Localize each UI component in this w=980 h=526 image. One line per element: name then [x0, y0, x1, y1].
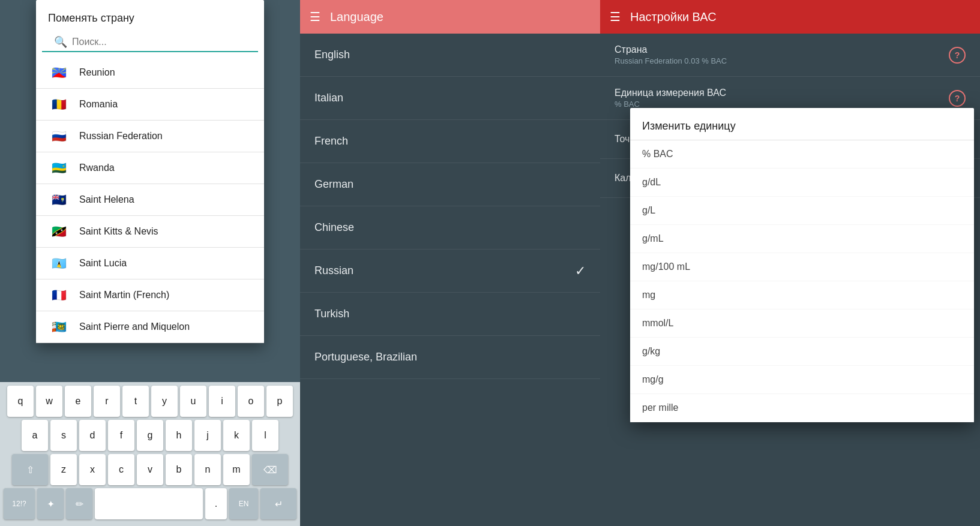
key-i[interactable]: i	[209, 386, 235, 417]
key-s[interactable]: s	[50, 420, 77, 451]
language-item[interactable]: German	[300, 163, 600, 206]
country-dialog-title: Поменять страну	[36, 0, 264, 31]
key-r[interactable]: r	[94, 386, 120, 417]
language-item[interactable]: Portuguese, Brazilian	[300, 336, 600, 379]
key-y[interactable]: y	[151, 386, 178, 417]
unit-option[interactable]: g/mL	[630, 225, 974, 253]
key-p[interactable]: p	[266, 386, 293, 417]
key-t[interactable]: t	[122, 386, 149, 417]
country-item[interactable]: 🇷🇺Russian Federation	[36, 121, 264, 152]
unit-option[interactable]: % BAC	[630, 140, 974, 169]
period-key[interactable]: .	[205, 488, 227, 519]
search-icon: 🔍	[54, 35, 67, 49]
country-item[interactable]: 🇷🇼Rwanda	[36, 152, 264, 184]
country-flag: 🇷🇴	[48, 97, 70, 112]
keyboard: q w e r t y u i o p a s d f g h j k l ⇧ …	[0, 382, 300, 526]
bac-title: Настройки ВАС	[630, 10, 717, 24]
country-flag: 🇸🇭	[48, 193, 70, 207]
key-f[interactable]: f	[108, 420, 134, 451]
key-u[interactable]: u	[180, 386, 206, 417]
unit-option[interactable]: g/kg	[630, 338, 974, 366]
enter-key[interactable]: ↵	[260, 488, 296, 519]
bac-header: ☰ Настройки ВАС	[600, 0, 980, 34]
unit-option[interactable]: g/L	[630, 197, 974, 225]
magic-key[interactable]: ✦	[37, 488, 64, 519]
unit-help-icon[interactable]: ?	[949, 90, 966, 107]
language-item[interactable]: Italian	[300, 77, 600, 120]
language-item[interactable]: Russian✓	[300, 250, 600, 293]
country-item[interactable]: 🇱🇨Saint Lucia	[36, 248, 264, 279]
hamburger-icon[interactable]: ☰	[310, 10, 320, 24]
country-item[interactable]: 🇷🇪Reunion	[36, 57, 264, 89]
bac-setting-4-left: Кал	[615, 173, 631, 184]
unit-option[interactable]: mg	[630, 281, 974, 309]
language-item[interactable]: Chinese	[300, 206, 600, 250]
country-item[interactable]: 🇲🇫Saint Martin (French)	[36, 279, 264, 311]
key-g[interactable]: g	[137, 420, 163, 451]
key-a[interactable]: a	[22, 420, 48, 451]
search-input[interactable]	[72, 33, 246, 51]
key-l[interactable]: l	[252, 420, 278, 451]
bac-setting-unit-subtitle: % BAC	[615, 100, 726, 109]
bac-setting-country-subtitle: Russian Federation 0.03 % BAC	[615, 56, 727, 65]
bac-setting-3-left: Точ	[615, 134, 630, 145]
language-item[interactable]: English	[300, 34, 600, 77]
country-name: Russian Federation	[79, 131, 163, 142]
backspace-key[interactable]: ⌫	[252, 454, 288, 485]
key-x[interactable]: x	[79, 454, 106, 485]
bac-setting-country-title: Страна	[615, 44, 727, 55]
unit-option[interactable]: mg/100 mL	[630, 253, 974, 281]
bac-setting-3-title: Точ	[615, 134, 630, 145]
key-w[interactable]: w	[36, 386, 62, 417]
unit-option[interactable]: mg/g	[630, 366, 974, 394]
language-item-name: English	[314, 49, 350, 61]
key-d[interactable]: d	[79, 420, 106, 451]
keyboard-row-4: 12!? ✦ ✏ . EN ↵	[2, 488, 298, 519]
bac-setting-country[interactable]: Страна Russian Federation 0.03 % BAC ?	[600, 34, 980, 77]
language-item[interactable]: French	[300, 120, 600, 163]
key-e[interactable]: e	[65, 386, 91, 417]
key-k[interactable]: k	[223, 420, 250, 451]
lang-key[interactable]: EN	[229, 488, 258, 519]
language-item[interactable]: Turkish	[300, 293, 600, 336]
space-key[interactable]	[95, 488, 203, 519]
language-item-name: French	[314, 135, 348, 148]
key-z[interactable]: z	[50, 454, 77, 485]
unit-option[interactable]: per mille	[630, 394, 974, 422]
country-item[interactable]: 🇵🇲Saint Pierre and Miquelon	[36, 311, 264, 343]
key-n[interactable]: n	[194, 454, 221, 485]
country-flag: 🇰🇳	[48, 224, 70, 239]
bac-setting-country-left: Страна Russian Federation 0.03 % BAC	[615, 44, 727, 65]
keyboard-row-2: a s d f g h j k l	[2, 420, 298, 451]
shift-key[interactable]: ⇧	[12, 454, 48, 485]
bac-settings-panel: ☰ Настройки ВАС Страна Russian Federatio…	[600, 0, 980, 526]
language-list: EnglishItalianFrenchGermanChineseRussian…	[300, 34, 600, 526]
unit-option[interactable]: g/dL	[630, 169, 974, 197]
key-j[interactable]: j	[194, 420, 221, 451]
language-check-icon: ✓	[575, 263, 586, 279]
country-item[interactable]: 🇰🇳Saint Kitts & Nevis	[36, 216, 264, 248]
unit-option[interactable]: mmol/L	[630, 309, 974, 338]
unit-options-list: % BACg/dLg/Lg/mLmg/100 mLmgmmol/Lg/kgmg/…	[630, 140, 974, 422]
pencil-key[interactable]: ✏	[66, 488, 92, 519]
bac-hamburger-icon[interactable]: ☰	[610, 10, 621, 24]
key-q[interactable]: q	[7, 386, 34, 417]
country-name: Rwanda	[79, 163, 115, 173]
key-o[interactable]: o	[238, 386, 264, 417]
keyboard-row-3: ⇧ z x c v b n m ⌫	[2, 454, 298, 485]
bac-setting-unit-title: Единица измерения ВАС	[615, 88, 726, 98]
country-name: Saint Lucia	[79, 258, 127, 269]
country-help-icon[interactable]: ?	[949, 47, 966, 64]
key-v[interactable]: v	[137, 454, 163, 485]
country-name: Saint Martin (French)	[79, 290, 169, 300]
country-item[interactable]: 🇷🇴Romania	[36, 89, 264, 121]
num-key[interactable]: 12!?	[4, 488, 35, 519]
country-item[interactable]: 🇸🇭Saint Helena	[36, 184, 264, 216]
language-item-name: Chinese	[314, 221, 354, 234]
key-b[interactable]: b	[166, 454, 192, 485]
unit-dialog-title: Изменить единицу	[630, 108, 974, 140]
key-c[interactable]: c	[108, 454, 134, 485]
key-m[interactable]: m	[223, 454, 250, 485]
bac-setting-4-title: Кал	[615, 173, 631, 184]
key-h[interactable]: h	[166, 420, 192, 451]
